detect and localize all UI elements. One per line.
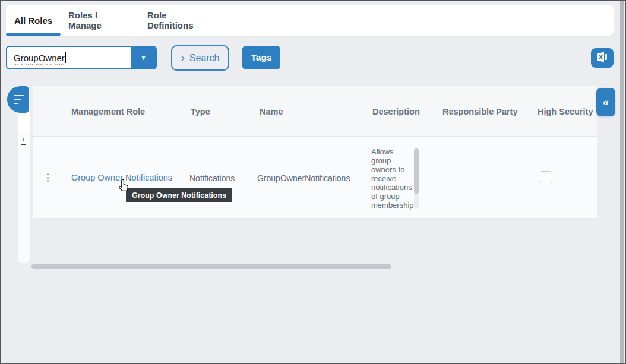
excel-export-icon — [596, 51, 609, 65]
tags-button[interactable]: Tags — [242, 46, 280, 69]
high-security-checkbox[interactable] — [540, 171, 552, 183]
col-responsible-party: Responsible Party — [442, 86, 518, 137]
type-cell: Notifications — [189, 173, 235, 183]
tab-all-roles[interactable]: All Roles — [6, 5, 61, 36]
description-scrollbar[interactable] — [414, 148, 419, 209]
vertical-scrollbar[interactable] — [620, 1, 624, 363]
col-name: Name — [260, 86, 283, 137]
tab-roles-i-manage[interactable]: Roles I Manage — [68, 5, 132, 36]
text-caret — [65, 52, 67, 63]
col-high-security: High Security — [538, 86, 593, 137]
col-description: Description — [372, 86, 420, 137]
management-role-link[interactable]: Group Owner Notifications — [71, 173, 172, 182]
search-input[interactable]: GroupOwner — [7, 47, 131, 68]
description-cell: Allows group owners to receive notificat… — [371, 147, 415, 210]
link-tooltip: Group Owner Notifications — [126, 188, 232, 202]
table-row: Group Owner Notifications Notifications … — [33, 137, 597, 219]
tab-role-definitions[interactable]: Role Definitions — [147, 5, 214, 36]
collapse-panel-button[interactable]: « — [596, 88, 615, 116]
tree-collapse-icon[interactable] — [20, 138, 28, 148]
kebab-menu-icon[interactable] — [45, 171, 50, 184]
chevrons-left-icon: « — [603, 96, 609, 108]
active-tab-underline — [6, 33, 61, 36]
chevron-right-icon: › — [181, 52, 184, 63]
role-search-combobox[interactable]: GroupOwner ▼ — [6, 46, 157, 69]
col-type: Type — [191, 86, 210, 137]
search-button[interactable]: › Search — [171, 45, 229, 71]
export-excel-button[interactable] — [591, 48, 614, 68]
table-header: Management Role Type Name Description Re… — [33, 86, 597, 137]
search-button-label: Search — [189, 53, 220, 64]
tab-bar: All Roles Roles I Manage Role Definition… — [6, 5, 614, 36]
left-rail-top-segment — [18, 112, 30, 134]
caret-down-icon: ▼ — [141, 55, 147, 61]
horizontal-scrollbar-thumb[interactable] — [31, 264, 391, 269]
search-dropdown-button[interactable]: ▼ — [131, 47, 156, 68]
roles-table: Management Role Type Name Description Re… — [33, 86, 597, 219]
col-management-role: Management Role — [71, 86, 145, 137]
name-cell: GroupOwnerNotifications — [257, 173, 350, 183]
app-window: All Roles Roles I Manage Role Definition… — [0, 0, 626, 364]
filter-menu-button[interactable] — [7, 86, 29, 113]
search-input-value: GroupOwner — [14, 53, 65, 63]
